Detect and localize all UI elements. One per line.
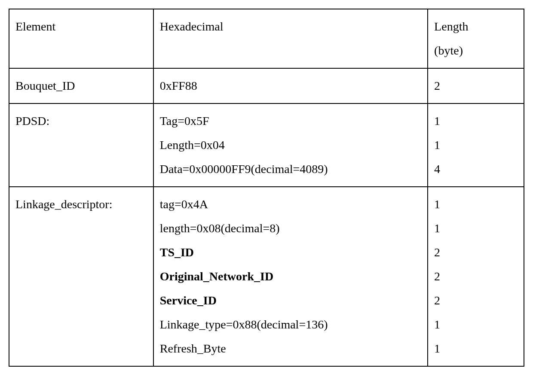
hex-line: TS_ID [160, 240, 421, 264]
length-line: 1 [434, 109, 518, 133]
hex-line: length=0x08(decimal=8) [160, 216, 421, 240]
cell-length: 1 1 2 2 2 1 1 [428, 187, 524, 366]
length-line: 1 [434, 133, 518, 157]
cell-element: Linkage_descriptor: [9, 187, 153, 366]
cell-element: Bouquet_ID [9, 68, 153, 103]
length-line: 2 [434, 289, 518, 313]
length-line: 1 [434, 313, 518, 337]
table-row: Linkage_descriptor: tag=0x4A length=0x08… [9, 187, 524, 366]
cell-length: 2 [428, 68, 524, 103]
cell-element: PDSD: [9, 103, 153, 187]
cell-length: 1 1 4 [428, 103, 524, 187]
hex-line: Length=0x04 [160, 133, 421, 157]
hex-line: tag=0x4A [160, 192, 421, 216]
descriptor-table: Element Hexadecimal Length (byte) Bouque… [9, 9, 524, 367]
table-row: PDSD: Tag=0x5F Length=0x04 Data=0x00000F… [9, 103, 524, 187]
header-length-line1: Length [434, 15, 518, 39]
hex-line: Data=0x00000FF9(decimal=4089) [160, 157, 421, 181]
hex-line: 0xFF88 [160, 74, 421, 98]
cell-hex: tag=0x4A length=0x08(decimal=8) TS_ID Or… [153, 187, 428, 366]
cell-hex: 0xFF88 [153, 68, 428, 103]
length-line: 2 [434, 240, 518, 264]
hex-line: Original_Network_ID [160, 264, 421, 289]
length-line: 1 [434, 337, 518, 361]
header-length: Length (byte) [428, 9, 524, 68]
cell-hex: Tag=0x5F Length=0x04 Data=0x00000FF9(dec… [153, 103, 428, 187]
length-line: 2 [434, 264, 518, 289]
hex-line: Tag=0x5F [160, 109, 421, 133]
table-row: Bouquet_ID 0xFF88 2 [9, 68, 524, 103]
header-length-line2: (byte) [434, 39, 518, 63]
hex-line: Service_ID [160, 289, 421, 313]
header-hexadecimal: Hexadecimal [153, 9, 428, 68]
hex-line: Refresh_Byte [160, 337, 421, 361]
length-line: 4 [434, 157, 518, 181]
hex-line: Linkage_type=0x88(decimal=136) [160, 313, 421, 337]
length-line: 1 [434, 192, 518, 216]
length-line: 1 [434, 216, 518, 240]
table-header-row: Element Hexadecimal Length (byte) [9, 9, 524, 68]
header-element: Element [9, 9, 153, 68]
length-line: 2 [434, 74, 518, 98]
